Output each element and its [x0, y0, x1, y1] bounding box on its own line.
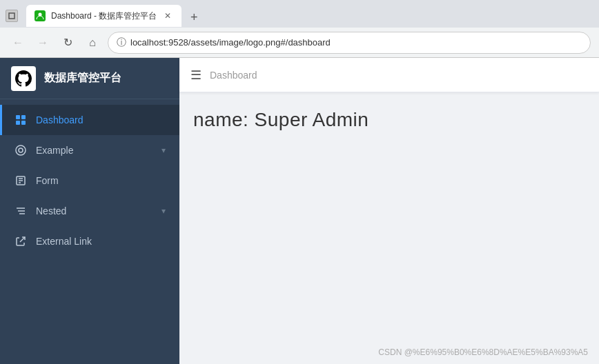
reload-icon: ↻	[63, 36, 72, 49]
address-bar[interactable]: ⓘ localhost:9528/assets/image/logo.png#/…	[108, 32, 591, 54]
external-link-icon	[14, 234, 28, 248]
nested-arrow-icon: ▾	[161, 206, 166, 216]
reload-button[interactable]: ↻	[58, 33, 77, 52]
form-icon	[14, 174, 28, 188]
back-button[interactable]: ←	[8, 33, 28, 52]
sidebar-item-example[interactable]: Example ▾	[0, 135, 179, 165]
sidebar-header: 数据库管控平台	[0, 58, 179, 99]
dashboard-icon	[14, 113, 28, 127]
forward-icon: →	[37, 37, 48, 49]
main-header: ☰ Dashboard	[179, 58, 599, 92]
window-btn-square[interactable]	[6, 10, 18, 22]
home-button[interactable]: ⌂	[83, 33, 102, 52]
sidebar-item-label-dashboard: Dashboard	[36, 114, 166, 125]
sidebar-item-label-form: Form	[36, 175, 166, 186]
svg-rect-0	[9, 13, 14, 19]
info-icon: ⓘ	[117, 37, 126, 49]
main-body: name: Super Admin CSDN @%E6%95%B0%E6%8D%…	[179, 92, 599, 364]
tab-favicon	[35, 10, 46, 21]
svg-rect-4	[16, 121, 20, 125]
sidebar-item-label-external-link: External Link	[36, 236, 166, 247]
home-icon: ⌂	[89, 37, 96, 49]
sidebar-item-label-nested: Nested	[36, 205, 153, 216]
sidebar-item-form[interactable]: Form	[0, 165, 179, 196]
svg-point-6	[16, 145, 26, 155]
sidebar-item-dashboard[interactable]: Dashboard	[0, 105, 179, 135]
sidebar-title: 数据库管控平台	[44, 71, 121, 85]
svg-line-15	[20, 237, 25, 242]
sidebar-logo	[11, 66, 36, 91]
breadcrumb: Dashboard	[210, 70, 257, 81]
example-arrow-icon: ▾	[161, 145, 166, 155]
example-icon	[14, 143, 28, 157]
new-tab-button[interactable]: +	[184, 8, 204, 27]
tab-close-button[interactable]: ✕	[162, 10, 173, 21]
app-container: 数据库管控平台 Dashboard	[0, 58, 599, 364]
active-tab[interactable]: Dashboard - 数据库管控平台 ✕	[26, 5, 181, 27]
page-title: name: Super Admin	[193, 109, 585, 131]
svg-rect-3	[21, 115, 26, 119]
back-icon: ←	[12, 37, 23, 49]
svg-rect-2	[16, 115, 20, 119]
tab-title: Dashboard - 数据库管控平台	[51, 10, 157, 22]
address-text: localhost:9528/assets/image/logo.png#/da…	[130, 37, 582, 48]
hamburger-icon[interactable]: ☰	[190, 68, 202, 83]
browser-title-bar: Dashboard - 数据库管控平台 ✕ +	[0, 0, 599, 28]
sidebar-item-nested[interactable]: Nested ▾	[0, 196, 179, 226]
footer-text: CSDN @%E6%95%B0%E6%8D%AE%E5%BA%93%A5	[378, 347, 588, 357]
sidebar-menu: Dashboard Example ▾	[0, 99, 179, 364]
forward-button[interactable]: →	[33, 33, 52, 52]
window-controls	[6, 10, 18, 22]
nested-icon	[14, 204, 28, 218]
main-content: ☰ Dashboard name: Super Admin CSDN @%E6%…	[179, 58, 599, 364]
svg-point-7	[19, 148, 23, 152]
sidebar-item-external-link[interactable]: External Link	[0, 226, 179, 256]
browser-navbar: ← → ↻ ⌂ ⓘ localhost:9528/assets/image/lo…	[0, 28, 599, 58]
browser-chrome: Dashboard - 数据库管控平台 ✕ + ← → ↻ ⌂ ⓘ localh…	[0, 0, 599, 58]
svg-rect-5	[21, 121, 26, 125]
sidebar-item-label-example: Example	[36, 145, 153, 156]
browser-tabs: Dashboard - 数据库管控平台 ✕ +	[26, 5, 593, 27]
sidebar: 数据库管控平台 Dashboard	[0, 58, 179, 364]
